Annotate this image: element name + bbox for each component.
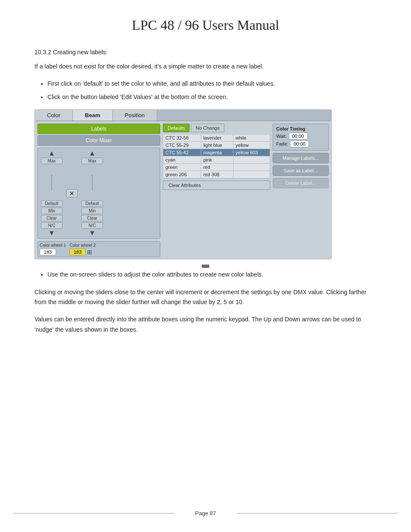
- nc-label-2: N/C: [81, 222, 103, 229]
- footer-line-right: [237, 513, 398, 513]
- table-cell: red 308: [201, 171, 233, 178]
- footer-line-left: [13, 513, 174, 513]
- grid-icon: ⊞: [87, 249, 92, 255]
- para2: Values can be entered directly into the …: [34, 314, 377, 335]
- wait-label: Wait:: [276, 134, 287, 139]
- fade-label: Fade:: [276, 141, 288, 146]
- arrow-down-2[interactable]: ▼: [89, 230, 96, 236]
- color-table: CTC 32-56lavenderwhiteCTC 55-29light blu…: [163, 134, 270, 178]
- table-row[interactable]: CTC 32-56lavenderwhite: [163, 134, 270, 142]
- table-row[interactable]: green 206red 308: [163, 171, 270, 178]
- x-close-button[interactable]: ✕: [66, 189, 78, 198]
- timing-box: Color Timing Wait: Fade:: [273, 124, 329, 151]
- ui-main: Labels Color Mixer ▲ Max Default: [35, 121, 331, 259]
- colorwheel2-group: Color wheel 2 ⊞: [69, 243, 96, 255]
- colorwheel-group: Color wheel 1: [40, 243, 66, 255]
- table-cell: white: [233, 134, 270, 142]
- defaults-button[interactable]: Defaults: [163, 124, 190, 132]
- colorwheel1-label: Color wheel 1: [40, 243, 66, 248]
- para1: Clicking or moving the sliders close to …: [34, 287, 377, 308]
- defaults-bar: Defaults No Change: [163, 124, 270, 132]
- bullet-item-1: First click on 'default' to set the colo…: [47, 79, 377, 88]
- table-cell: [233, 164, 270, 171]
- center-panel: Defaults No Change CTC 32-56lavenderwhit…: [163, 124, 270, 257]
- labels-button[interactable]: Labels: [37, 124, 160, 134]
- colorwheel1-input[interactable]: [40, 249, 56, 255]
- table-cell: [233, 171, 270, 178]
- table-row[interactable]: cyanpink: [163, 156, 270, 164]
- colorwheel2-row: ⊞: [69, 249, 96, 255]
- clear-label-1: Clear: [41, 215, 62, 221]
- table-cell: green 206: [163, 171, 201, 178]
- table-cell: magenta: [201, 149, 233, 156]
- min-label-2: Min: [81, 208, 103, 214]
- table-cell: yellow: [233, 142, 270, 149]
- table-cell: CTC 55-29: [163, 142, 201, 149]
- intro-text: If a label does not exist for the color …: [34, 62, 377, 71]
- default-label-2: Default: [81, 200, 103, 207]
- fade-row: Fade:: [276, 140, 325, 147]
- slider-col-1: ▲ Max Default Min Clear N/C ▼: [39, 150, 65, 236]
- bullet-item-3: Use the on-screen sliders to adjust the …: [47, 270, 377, 279]
- clear-attributes-button[interactable]: Clear Attributes: [163, 180, 270, 190]
- delete-label-button[interactable]: Delete Label...: [273, 178, 329, 188]
- bullet-list-2: Use the on-screen sliders to adjust the …: [47, 270, 377, 279]
- table-cell: CTC 32-56: [163, 134, 201, 142]
- table-cell: [233, 156, 270, 164]
- x-btn-col: ✕: [66, 150, 78, 236]
- right-panel: Color Timing Wait: Fade: Manage Labels..…: [273, 124, 329, 257]
- wait-field[interactable]: [289, 133, 308, 140]
- colorwheel2-label: Color wheel 2: [69, 243, 96, 248]
- table-row[interactable]: greenred: [163, 164, 270, 171]
- colorwheel2-input[interactable]: [69, 249, 86, 255]
- table-cell: lavender: [201, 134, 233, 142]
- table-cell: light blue: [201, 142, 233, 149]
- colorwheel-row: Color wheel 1 Color wheel 2 ⊞: [37, 241, 160, 257]
- ui-screenshot: Color Beam Position Labels Color Mixer ▲…: [34, 109, 332, 259]
- sliders-area: ▲ Max Default Min Clear N/C ▼: [37, 148, 160, 239]
- slider-track-1: [51, 165, 52, 199]
- tab-color[interactable]: Color: [35, 110, 73, 121]
- default-label-1: Default: [41, 200, 62, 207]
- tab-position[interactable]: Position: [113, 110, 157, 121]
- min-label-1: Min: [41, 208, 62, 214]
- page: LPC 48 / 96 Users Manual 10.3.2 Creating…: [0, 0, 411, 532]
- max-label-2: Max: [81, 158, 103, 164]
- color-mixer-button[interactable]: Color Mixer: [37, 135, 160, 146]
- clear-label-2: Clear: [81, 215, 103, 221]
- nc-label-1: N/C: [41, 222, 62, 229]
- arrow-up-2[interactable]: ▲: [89, 150, 96, 157]
- fade-field[interactable]: [290, 140, 309, 147]
- no-change-button[interactable]: No Change: [191, 124, 224, 132]
- table-cell: pink: [201, 156, 233, 164]
- manage-labels-button[interactable]: Manage Labels...: [273, 153, 329, 163]
- max-label-1: Max: [41, 158, 62, 164]
- arrow-down-1[interactable]: ▼: [48, 230, 55, 236]
- timing-title: Color Timing: [276, 126, 325, 131]
- page-footer: Page 87: [0, 510, 411, 516]
- table-cell: cyan: [163, 156, 201, 164]
- left-panel: Labels Color Mixer ▲ Max Default: [37, 124, 160, 257]
- table-cell: green: [163, 164, 201, 171]
- table-row[interactable]: CTC 55-29light blueyellow: [163, 142, 270, 149]
- section-heading: 10.3.2 Creating new labels:: [34, 49, 377, 56]
- wait-row: Wait:: [276, 133, 325, 140]
- table-cell: CTC 55-42: [163, 149, 201, 156]
- table-cell: red: [201, 164, 233, 171]
- table-row[interactable]: CTC 55-42magentayellow 603: [163, 149, 270, 156]
- page-title: LPC 48 / 96 Users Manual: [34, 17, 377, 33]
- slider-col-2: ▲ Max Default Min Clear N/C ▼: [79, 150, 105, 236]
- save-as-label-button[interactable]: Save as Label...: [273, 165, 329, 176]
- tab-beam[interactable]: Beam: [73, 110, 112, 121]
- bullet-item-2: Click on the button labeled 'Edit Values…: [47, 92, 377, 102]
- tab-bar: Color Beam Position: [35, 110, 331, 121]
- arrow-up-1[interactable]: ▲: [48, 150, 55, 157]
- bullet-list-1: First click on 'default' to set the colo…: [47, 79, 377, 102]
- table-cell: yellow 603: [233, 149, 270, 156]
- slider-track-2: [92, 165, 93, 199]
- page-number: Page 87: [195, 510, 216, 516]
